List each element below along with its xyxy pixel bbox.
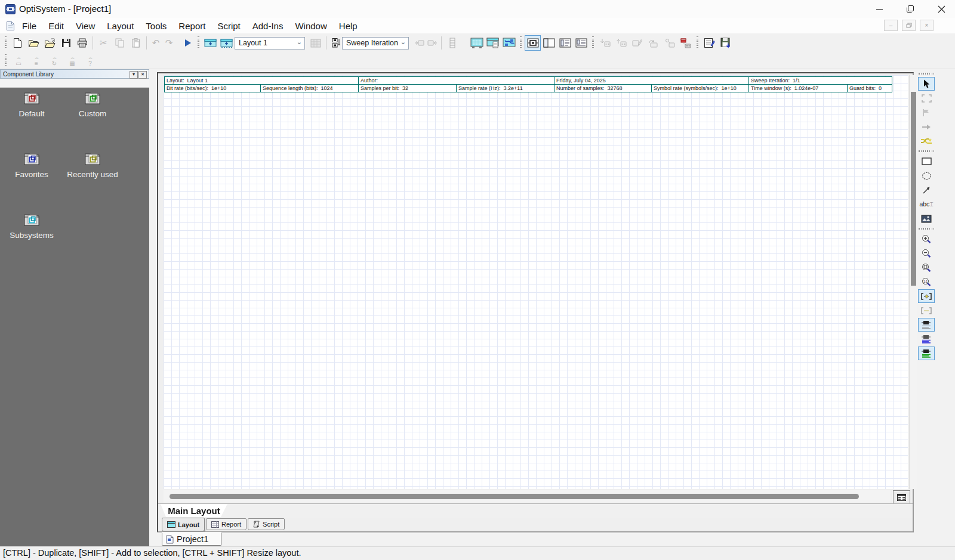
align-connection-tool-2[interactable] [918, 332, 935, 346]
project-browser-view-button[interactable] [501, 35, 517, 51]
component-compare-tool[interactable] [677, 35, 694, 51]
minimize-button[interactable] [865, 0, 893, 18]
sweep-select[interactable]: Sweep Iteration ⌄ [342, 37, 409, 49]
tab-project1[interactable]: Project1 [162, 533, 221, 546]
auto-connect-off-tool[interactable] [918, 304, 935, 317]
zoom-selection-tool[interactable]: 1:1 [918, 275, 935, 289]
layout-canvas[interactable]: Layout: Layout 1 Author: Friday, July 04… [164, 75, 908, 489]
image-tool[interactable] [918, 212, 935, 225]
toolbar-drag-handle[interactable] [520, 36, 522, 49]
layout-overview-button[interactable] [893, 490, 910, 504]
library-folder-favorites[interactable]: Favorites [5, 150, 58, 179]
list-view-toggle-1[interactable] [557, 35, 573, 51]
component-library-titlebar[interactable]: Component Library ▾ × [0, 69, 149, 79]
layout-properties-button[interactable] [307, 35, 324, 51]
subsystem-tool-3[interactable] [629, 35, 645, 51]
align-connection-tool-3[interactable] [918, 346, 935, 360]
toolbar-drag-handle[interactable] [198, 36, 199, 49]
save-results-button[interactable] [717, 35, 734, 51]
flag-tool[interactable] [918, 106, 935, 119]
horizontal-scrollbar-thumb[interactable] [170, 494, 859, 499]
zoom-page-tool[interactable] [918, 261, 935, 274]
menu-report[interactable]: Report [178, 21, 205, 31]
mdi-minimize-button[interactable]: – [884, 20, 898, 31]
component-grid-tool[interactable]: -▫-▦ [63, 54, 81, 68]
vertical-scrollbar[interactable] [909, 75, 917, 489]
script-editor-button[interactable] [701, 35, 717, 51]
panel-collapse-button[interactable]: ▾ [130, 71, 138, 79]
layout-editor-view-button[interactable] [469, 35, 485, 51]
toolbar-drag-handle[interactable] [5, 54, 7, 67]
mdi-restore-button[interactable] [902, 20, 916, 31]
zoom-out-tool[interactable] [918, 246, 935, 260]
tab-layout[interactable]: Layout [162, 518, 205, 531]
menu-view[interactable]: View [76, 21, 95, 31]
toolbar-drag-handle[interactable] [697, 36, 698, 49]
menu-tools[interactable]: Tools [146, 21, 167, 31]
calculate-button[interactable] [181, 35, 195, 51]
close-button[interactable] [928, 0, 955, 18]
component-label-tool[interactable]: -▫-▭ [10, 54, 27, 68]
menu-edit[interactable]: Edit [48, 21, 64, 31]
panel-close-button[interactable]: × [138, 71, 147, 79]
layout-select[interactable]: Layout 1 ⌄ [235, 37, 305, 49]
subsystem-tool-2[interactable] [613, 35, 629, 51]
copy-button[interactable] [112, 35, 128, 51]
horizontal-scrollbar[interactable] [164, 490, 891, 503]
report-page-view-button[interactable] [485, 35, 501, 51]
menu-script[interactable]: Script [217, 21, 240, 31]
connection-path-tool[interactable] [918, 134, 935, 148]
cut-button[interactable]: ✂ [96, 35, 112, 51]
new-file-button[interactable] [10, 35, 26, 51]
subsystem-tool-1[interactable] [597, 35, 613, 51]
list-view-toggle-2[interactable] [573, 35, 589, 51]
new-layout-button[interactable] [202, 35, 218, 51]
mdi-close-button[interactable]: × [920, 20, 934, 31]
zoom-in-tool[interactable] [918, 232, 935, 246]
tab-script[interactable]: Script [248, 518, 285, 530]
component-view-toggle[interactable] [525, 35, 541, 51]
region-select-tool[interactable] [918, 91, 935, 105]
undo-button[interactable]: ↶ [149, 35, 162, 51]
line-arrow-draw-tool[interactable] [918, 183, 935, 197]
library-folder-subsystems[interactable]: Subsystems [2, 211, 61, 240]
print-button[interactable] [74, 35, 90, 51]
menu-add-ins[interactable]: Add-Ins [252, 21, 284, 31]
menu-help[interactable]: Help [339, 21, 358, 31]
redo-button[interactable]: ↷ [162, 35, 175, 51]
align-connection-tool-1[interactable] [918, 318, 935, 332]
vertical-scrollbar-thumb[interactable] [911, 92, 916, 286]
add-sweep-button[interactable] [412, 35, 426, 51]
auto-connect-on-tool[interactable] [918, 289, 935, 303]
menu-window[interactable]: Window [295, 21, 326, 31]
menu-layout[interactable]: Layout [107, 21, 134, 31]
sweep-order-button[interactable] [329, 35, 342, 51]
paste-button[interactable] [128, 35, 144, 51]
tab-report[interactable]: Report [206, 518, 247, 530]
report-table-button[interactable] [444, 35, 460, 51]
rectangle-draw-tool[interactable] [918, 154, 935, 168]
import-file-button[interactable] [42, 35, 58, 51]
select-tool[interactable] [918, 77, 935, 91]
component-rotate-tool[interactable]: -▫-↻ [45, 54, 63, 68]
palette-drag-handle[interactable] [919, 73, 934, 75]
arrow-annotation-tool[interactable] [918, 120, 935, 134]
toolbar-drag-handle[interactable] [5, 36, 7, 49]
open-file-button[interactable] [26, 35, 42, 51]
sheet-tab-main-layout[interactable]: Main Layout [161, 504, 227, 517]
component-lines-tool[interactable]: -▫-≡ [27, 54, 45, 68]
library-folder-default[interactable]: Default [5, 89, 58, 118]
ellipse-draw-tool[interactable] [918, 169, 935, 182]
save-file-button[interactable] [58, 35, 74, 51]
library-folder-custom[interactable]: Custom [63, 89, 122, 118]
component-help-tool[interactable]: -▫-? [81, 54, 99, 68]
subsystem-tool-4[interactable] [645, 35, 661, 51]
duplicate-layout-button[interactable] [218, 35, 235, 51]
toolbar-drag-handle[interactable] [592, 36, 594, 49]
menu-file[interactable]: File [22, 21, 36, 31]
split-view-toggle[interactable] [541, 35, 557, 51]
text-tool[interactable]: abc⌶ [918, 197, 935, 211]
library-folder-recently-used[interactable]: Recently used [58, 150, 127, 179]
restore-button[interactable] [897, 0, 924, 18]
remove-sweep-button[interactable] [426, 35, 439, 51]
